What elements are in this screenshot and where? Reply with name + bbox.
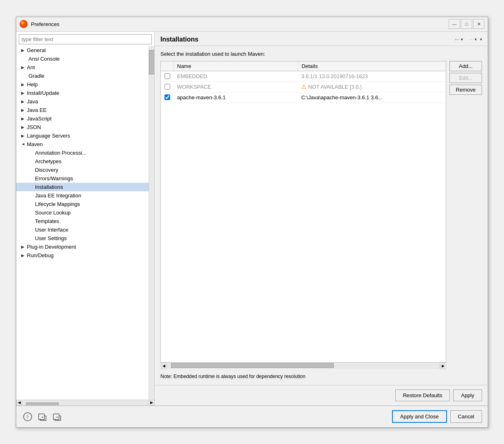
- tree-item-gradle[interactable]: Gradle: [16, 72, 154, 80]
- td-details-embedded: 3.6.1/1.13.0.20190716-1623: [298, 72, 446, 81]
- tree-item-label-help: Help: [27, 81, 38, 87]
- tree-scrollbar[interactable]: [149, 46, 154, 400]
- tree-item-java-ee-integration[interactable]: Java EE Integration: [16, 191, 154, 200]
- tree-item-language-servers[interactable]: ▶Language Servers: [16, 131, 154, 140]
- tree-item-java[interactable]: ▶Java: [16, 97, 154, 106]
- checkbox-apache-maven[interactable]: [164, 94, 170, 100]
- tree-item-json[interactable]: ▶JSON: [16, 123, 154, 131]
- table-header: Name Details: [161, 61, 446, 71]
- td-check-workspace[interactable]: [161, 82, 174, 91]
- table-row-workspace[interactable]: WORKSPACE⚠NOT AVAILABLE [3.0,): [161, 82, 446, 92]
- tree-item-lifecycle-mappings[interactable]: Lifecycle Mappings: [16, 200, 154, 208]
- tree-item-source-lookup[interactable]: Source Lookup: [16, 208, 154, 217]
- maximize-button[interactable]: □: [461, 19, 472, 29]
- more-nav-icon[interactable]: ▾: [480, 37, 482, 42]
- table-hscroll-left[interactable]: ◀: [160, 363, 167, 369]
- td-details-apache-maven: C:\Java\apache-maven-3.6.1 3.6...: [298, 93, 446, 102]
- tree-item-javascript[interactable]: ▶JavaScript: [16, 114, 154, 123]
- tree-scroll-thumb[interactable]: [149, 50, 154, 74]
- tree-item-user-settings[interactable]: User Settings: [16, 234, 154, 243]
- tree-item-label-source-lookup: Source Lookup: [35, 210, 70, 216]
- right-footer-buttons: Restore Defaults Apply: [155, 385, 488, 405]
- forward-arrow-icon: →: [468, 36, 474, 43]
- apply-button[interactable]: Apply: [453, 389, 482, 401]
- checkbox-workspace[interactable]: [164, 84, 170, 90]
- tree-item-user-interface[interactable]: User Interface: [16, 225, 154, 234]
- right-content: Select the installation used to launch M…: [155, 46, 488, 385]
- tree-item-annotation-processing[interactable]: Annotation Processi...: [16, 149, 154, 157]
- restore-defaults-button[interactable]: Restore Defaults: [395, 389, 450, 401]
- tree-item-label-archetypes: Archetypes: [35, 158, 61, 164]
- tree-item-label-discovery: Discovery: [35, 167, 58, 173]
- tree-arrow-run-debug: ▶: [21, 253, 25, 258]
- td-check-embedded[interactable]: [161, 72, 174, 81]
- back-dropdown-icon[interactable]: ▾: [461, 37, 463, 42]
- th-checkbox: [161, 61, 174, 71]
- nav-forward-button[interactable]: → ▾: [468, 36, 477, 43]
- note-text: Note: Embedded runtime is always used fo…: [160, 373, 482, 380]
- description-text: Select the installation used to launch M…: [160, 51, 482, 57]
- tree-item-java-ee[interactable]: ▶Java EE: [16, 106, 154, 114]
- import-icon[interactable]: [37, 411, 48, 422]
- filter-input[interactable]: [19, 34, 152, 44]
- td-details-workspace: ⚠NOT AVAILABLE [3.0,): [298, 82, 446, 92]
- edit-button[interactable]: Edit...: [449, 73, 482, 83]
- tree-item-general[interactable]: ▶General: [16, 46, 154, 55]
- tree-item-label-user-settings: User Settings: [35, 235, 67, 241]
- close-button[interactable]: ✕: [473, 19, 484, 29]
- tree-item-archetypes[interactable]: Archetypes: [16, 157, 154, 166]
- export-icon[interactable]: [51, 411, 63, 422]
- right-panel: Installations ← ▾ → ▾ ▾ Select the: [155, 32, 488, 405]
- nav-back-button[interactable]: ← ▾: [454, 36, 463, 43]
- bottom-right-buttons: Apply and Close Cancel: [392, 410, 482, 423]
- help-icon[interactable]: ?: [22, 411, 33, 422]
- tree-item-templates[interactable]: Templates: [16, 217, 154, 225]
- tree-item-label-gradle: Gradle: [28, 73, 44, 79]
- tree-item-plugin-development[interactable]: ▶Plug-in Development: [16, 243, 154, 251]
- tree-item-label-run-debug: Run/Debug: [27, 252, 54, 258]
- table-hscroll: ◀ ▶: [160, 363, 446, 369]
- tree-item-install-update[interactable]: ▶Install/Update: [16, 89, 154, 97]
- apply-and-close-button[interactable]: Apply and Close: [392, 410, 447, 423]
- tree-item-label-general: General: [27, 47, 46, 53]
- tree-item-label-ant: Ant: [27, 64, 35, 70]
- td-name-workspace: WORKSPACE: [174, 82, 298, 92]
- back-arrow-icon: ←: [454, 36, 460, 43]
- table-hscroll-track[interactable]: [167, 363, 440, 369]
- hscroll-thumb[interactable]: [26, 402, 59, 405]
- add-button[interactable]: Add...: [449, 61, 482, 71]
- svg-rect-3: [53, 414, 59, 420]
- tree-item-ant[interactable]: ▶Ant: [16, 63, 154, 72]
- tree-item-label-plugin-development: Plug-in Development: [27, 244, 76, 250]
- installations-table: Name Details EMBEDDED3.6.1/1.13.0.201907…: [160, 61, 446, 363]
- cancel-button[interactable]: Cancel: [450, 410, 482, 423]
- tree-arrow-java-ee: ▶: [21, 108, 25, 112]
- tree-item-run-debug[interactable]: ▶Run/Debug: [16, 251, 154, 260]
- tree-item-label-templates: Templates: [35, 218, 59, 224]
- checkbox-embedded[interactable]: [164, 73, 170, 79]
- hscroll-left-arrow[interactable]: ◀: [16, 400, 22, 405]
- table-action-buttons: Add... Edit... Remove: [449, 61, 482, 369]
- minimize-button[interactable]: —: [449, 19, 460, 29]
- bottom-bar: ? Apply and Close Cancel: [16, 405, 488, 427]
- forward-dropdown-icon[interactable]: ▾: [475, 37, 477, 42]
- tree-item-help[interactable]: ▶Help: [16, 80, 154, 89]
- table-row-apache-maven[interactable]: apache-maven-3.6.1C:\Java\apache-maven-3…: [161, 92, 446, 103]
- tree-item-ansi-console[interactable]: Ansi Console: [16, 55, 154, 63]
- tree-item-label-installations: Installations: [35, 184, 63, 190]
- bottom-left-icons: ?: [22, 411, 63, 422]
- tree-item-label-json: JSON: [27, 124, 41, 130]
- table-hscroll-thumb[interactable]: [171, 363, 334, 368]
- app-icon: [20, 20, 28, 28]
- tree-item-maven[interactable]: ▼Maven: [16, 140, 154, 149]
- tree-arrow-java: ▶: [21, 99, 25, 104]
- td-check-apache-maven[interactable]: [161, 93, 174, 102]
- table-row-embedded[interactable]: EMBEDDED3.6.1/1.13.0.20190716-1623: [161, 71, 446, 82]
- tree-item-errors-warnings[interactable]: Errors/Warnings: [16, 174, 154, 183]
- tree-item-installations[interactable]: Installations: [16, 183, 154, 191]
- preferences-window: Preferences — □ ✕ ▶GeneralAnsi Console▶A…: [16, 17, 488, 428]
- remove-button[interactable]: Remove: [449, 85, 482, 95]
- table-hscroll-right[interactable]: ▶: [440, 363, 446, 369]
- hscroll-right-arrow[interactable]: ▶: [149, 400, 154, 405]
- tree-item-discovery[interactable]: Discovery: [16, 166, 154, 174]
